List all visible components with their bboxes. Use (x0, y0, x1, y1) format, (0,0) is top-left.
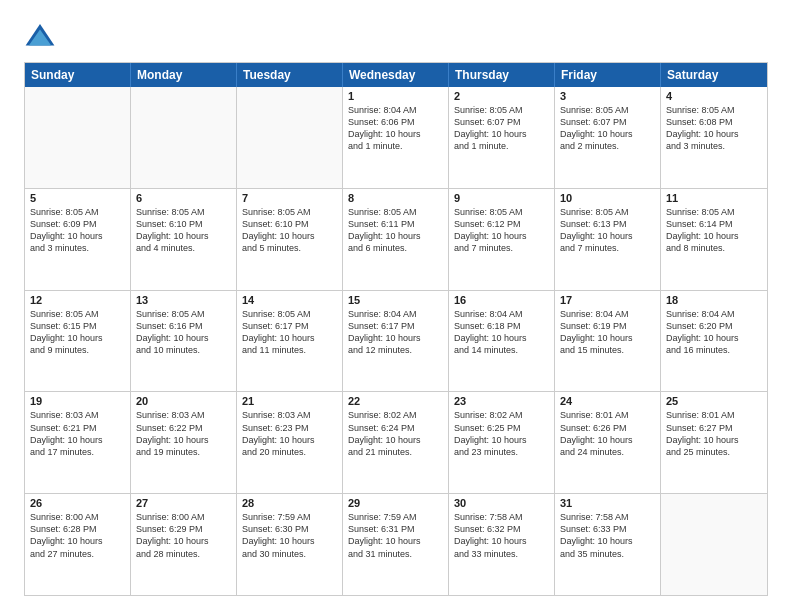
day-cell: 25Sunrise: 8:01 AM Sunset: 6:27 PM Dayli… (661, 392, 767, 493)
day-info: Sunrise: 8:05 AM Sunset: 6:16 PM Dayligh… (136, 308, 231, 357)
day-info: Sunrise: 8:05 AM Sunset: 6:08 PM Dayligh… (666, 104, 762, 153)
day-cell (661, 494, 767, 595)
day-cell: 2Sunrise: 8:05 AM Sunset: 6:07 PM Daylig… (449, 87, 555, 188)
day-number: 8 (348, 192, 443, 204)
day-cell: 9Sunrise: 8:05 AM Sunset: 6:12 PM Daylig… (449, 189, 555, 290)
day-cell: 17Sunrise: 8:04 AM Sunset: 6:19 PM Dayli… (555, 291, 661, 392)
day-cell: 30Sunrise: 7:58 AM Sunset: 6:32 PM Dayli… (449, 494, 555, 595)
calendar-day-headers: SundayMondayTuesdayWednesdayThursdayFrid… (25, 63, 767, 87)
logo (24, 20, 62, 52)
day-number: 30 (454, 497, 549, 509)
day-info: Sunrise: 8:03 AM Sunset: 6:21 PM Dayligh… (30, 409, 125, 458)
day-number: 15 (348, 294, 443, 306)
day-cell: 6Sunrise: 8:05 AM Sunset: 6:10 PM Daylig… (131, 189, 237, 290)
day-cell: 31Sunrise: 7:58 AM Sunset: 6:33 PM Dayli… (555, 494, 661, 595)
day-info: Sunrise: 8:05 AM Sunset: 6:13 PM Dayligh… (560, 206, 655, 255)
day-info: Sunrise: 8:01 AM Sunset: 6:27 PM Dayligh… (666, 409, 762, 458)
day-cell: 21Sunrise: 8:03 AM Sunset: 6:23 PM Dayli… (237, 392, 343, 493)
day-header-wednesday: Wednesday (343, 63, 449, 87)
calendar-row: 1Sunrise: 8:04 AM Sunset: 6:06 PM Daylig… (25, 87, 767, 189)
day-number: 11 (666, 192, 762, 204)
logo-icon (24, 20, 56, 52)
day-number: 10 (560, 192, 655, 204)
day-number: 3 (560, 90, 655, 102)
day-number: 31 (560, 497, 655, 509)
day-cell: 16Sunrise: 8:04 AM Sunset: 6:18 PM Dayli… (449, 291, 555, 392)
day-info: Sunrise: 7:58 AM Sunset: 6:33 PM Dayligh… (560, 511, 655, 560)
day-number: 20 (136, 395, 231, 407)
day-info: Sunrise: 8:05 AM Sunset: 6:15 PM Dayligh… (30, 308, 125, 357)
day-header-monday: Monday (131, 63, 237, 87)
day-number: 7 (242, 192, 337, 204)
day-cell: 19Sunrise: 8:03 AM Sunset: 6:21 PM Dayli… (25, 392, 131, 493)
day-number: 9 (454, 192, 549, 204)
day-cell: 10Sunrise: 8:05 AM Sunset: 6:13 PM Dayli… (555, 189, 661, 290)
day-number: 21 (242, 395, 337, 407)
day-info: Sunrise: 8:05 AM Sunset: 6:07 PM Dayligh… (454, 104, 549, 153)
day-info: Sunrise: 8:05 AM Sunset: 6:11 PM Dayligh… (348, 206, 443, 255)
day-info: Sunrise: 8:05 AM Sunset: 6:17 PM Dayligh… (242, 308, 337, 357)
day-header-thursday: Thursday (449, 63, 555, 87)
day-info: Sunrise: 8:04 AM Sunset: 6:19 PM Dayligh… (560, 308, 655, 357)
day-info: Sunrise: 7:58 AM Sunset: 6:32 PM Dayligh… (454, 511, 549, 560)
day-number: 12 (30, 294, 125, 306)
day-info: Sunrise: 8:00 AM Sunset: 6:29 PM Dayligh… (136, 511, 231, 560)
day-cell: 3Sunrise: 8:05 AM Sunset: 6:07 PM Daylig… (555, 87, 661, 188)
day-number: 28 (242, 497, 337, 509)
day-info: Sunrise: 8:04 AM Sunset: 6:20 PM Dayligh… (666, 308, 762, 357)
day-info: Sunrise: 8:03 AM Sunset: 6:22 PM Dayligh… (136, 409, 231, 458)
day-cell: 4Sunrise: 8:05 AM Sunset: 6:08 PM Daylig… (661, 87, 767, 188)
day-cell: 26Sunrise: 8:00 AM Sunset: 6:28 PM Dayli… (25, 494, 131, 595)
calendar-row: 5Sunrise: 8:05 AM Sunset: 6:09 PM Daylig… (25, 189, 767, 291)
day-cell: 15Sunrise: 8:04 AM Sunset: 6:17 PM Dayli… (343, 291, 449, 392)
day-cell: 11Sunrise: 8:05 AM Sunset: 6:14 PM Dayli… (661, 189, 767, 290)
day-cell: 12Sunrise: 8:05 AM Sunset: 6:15 PM Dayli… (25, 291, 131, 392)
day-info: Sunrise: 8:01 AM Sunset: 6:26 PM Dayligh… (560, 409, 655, 458)
day-number: 13 (136, 294, 231, 306)
day-info: Sunrise: 8:05 AM Sunset: 6:10 PM Dayligh… (242, 206, 337, 255)
day-cell: 8Sunrise: 8:05 AM Sunset: 6:11 PM Daylig… (343, 189, 449, 290)
day-number: 24 (560, 395, 655, 407)
page-header (24, 20, 768, 52)
calendar-body: 1Sunrise: 8:04 AM Sunset: 6:06 PM Daylig… (25, 87, 767, 595)
day-number: 26 (30, 497, 125, 509)
calendar-row: 26Sunrise: 8:00 AM Sunset: 6:28 PM Dayli… (25, 494, 767, 595)
day-number: 22 (348, 395, 443, 407)
day-cell (131, 87, 237, 188)
day-number: 16 (454, 294, 549, 306)
day-number: 23 (454, 395, 549, 407)
day-info: Sunrise: 8:00 AM Sunset: 6:28 PM Dayligh… (30, 511, 125, 560)
day-cell: 13Sunrise: 8:05 AM Sunset: 6:16 PM Dayli… (131, 291, 237, 392)
day-cell: 23Sunrise: 8:02 AM Sunset: 6:25 PM Dayli… (449, 392, 555, 493)
day-info: Sunrise: 8:04 AM Sunset: 6:06 PM Dayligh… (348, 104, 443, 153)
day-cell: 24Sunrise: 8:01 AM Sunset: 6:26 PM Dayli… (555, 392, 661, 493)
calendar-row: 12Sunrise: 8:05 AM Sunset: 6:15 PM Dayli… (25, 291, 767, 393)
day-number: 25 (666, 395, 762, 407)
day-cell: 28Sunrise: 7:59 AM Sunset: 6:30 PM Dayli… (237, 494, 343, 595)
day-number: 29 (348, 497, 443, 509)
day-cell: 20Sunrise: 8:03 AM Sunset: 6:22 PM Dayli… (131, 392, 237, 493)
day-cell (25, 87, 131, 188)
day-cell: 5Sunrise: 8:05 AM Sunset: 6:09 PM Daylig… (25, 189, 131, 290)
day-info: Sunrise: 7:59 AM Sunset: 6:31 PM Dayligh… (348, 511, 443, 560)
day-header-sunday: Sunday (25, 63, 131, 87)
day-header-friday: Friday (555, 63, 661, 87)
day-info: Sunrise: 8:02 AM Sunset: 6:25 PM Dayligh… (454, 409, 549, 458)
day-number: 4 (666, 90, 762, 102)
day-number: 6 (136, 192, 231, 204)
day-info: Sunrise: 8:05 AM Sunset: 6:07 PM Dayligh… (560, 104, 655, 153)
day-cell: 27Sunrise: 8:00 AM Sunset: 6:29 PM Dayli… (131, 494, 237, 595)
day-info: Sunrise: 8:02 AM Sunset: 6:24 PM Dayligh… (348, 409, 443, 458)
day-cell: 7Sunrise: 8:05 AM Sunset: 6:10 PM Daylig… (237, 189, 343, 290)
day-header-tuesday: Tuesday (237, 63, 343, 87)
day-cell: 14Sunrise: 8:05 AM Sunset: 6:17 PM Dayli… (237, 291, 343, 392)
day-number: 14 (242, 294, 337, 306)
day-cell: 18Sunrise: 8:04 AM Sunset: 6:20 PM Dayli… (661, 291, 767, 392)
day-info: Sunrise: 8:03 AM Sunset: 6:23 PM Dayligh… (242, 409, 337, 458)
day-number: 2 (454, 90, 549, 102)
day-info: Sunrise: 8:05 AM Sunset: 6:09 PM Dayligh… (30, 206, 125, 255)
day-number: 19 (30, 395, 125, 407)
day-cell (237, 87, 343, 188)
day-number: 17 (560, 294, 655, 306)
day-info: Sunrise: 8:05 AM Sunset: 6:10 PM Dayligh… (136, 206, 231, 255)
